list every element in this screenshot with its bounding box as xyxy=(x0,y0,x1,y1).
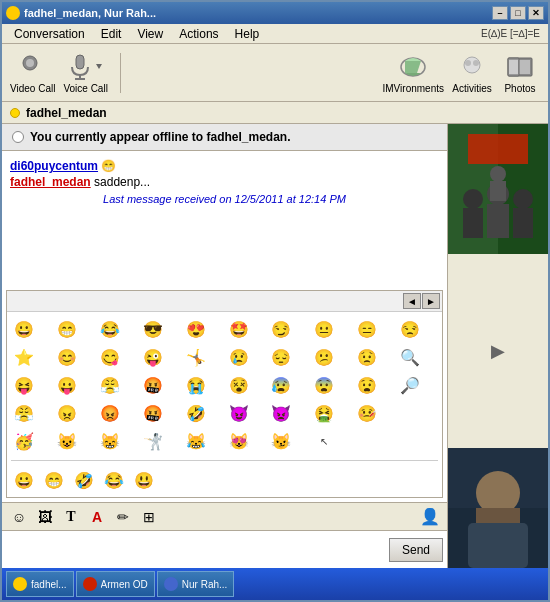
emoji-item[interactable]: 🔍 xyxy=(397,344,423,370)
message-text-2: saddenp... xyxy=(94,175,150,189)
svg-rect-22 xyxy=(513,208,533,238)
imvironments-button[interactable]: IMVironments xyxy=(382,51,444,94)
emoji-item[interactable]: 😧 xyxy=(354,372,380,398)
emoji-item[interactable]: ⭐ xyxy=(11,344,37,370)
taskbar-item-fadhel[interactable]: fadhel... xyxy=(6,571,74,597)
emoji-item[interactable]: 😒 xyxy=(397,316,423,342)
emoji-item[interactable]: 😢 xyxy=(226,344,252,370)
taskbar-label-nur: Nur Rah... xyxy=(182,579,228,590)
emoji-item[interactable]: 😜 xyxy=(140,344,166,370)
emoji-item[interactable]: 😐 xyxy=(311,316,337,342)
close-button[interactable]: ✕ xyxy=(528,6,544,20)
title-buttons: – □ ✕ xyxy=(492,6,544,20)
emoji-item[interactable]: 😂 xyxy=(97,316,123,342)
emoji-item[interactable]: 😡 xyxy=(97,400,123,426)
emoji-item[interactable]: 😼 xyxy=(268,428,294,454)
menu-help[interactable]: Help xyxy=(227,25,268,43)
activities-button[interactable]: Activities xyxy=(452,51,492,94)
taskbar-item-armen[interactable]: Armen OD xyxy=(76,571,155,597)
emoji-item[interactable]: 😋 xyxy=(97,344,123,370)
contact-status-dot xyxy=(10,108,20,118)
taskbar-item-nur[interactable]: Nur Rah... xyxy=(157,571,235,597)
svg-rect-29 xyxy=(468,523,528,568)
menu-actions[interactable]: Actions xyxy=(171,25,226,43)
emoji-item[interactable]: ↖ xyxy=(311,428,337,454)
emoji-next-button[interactable]: ► xyxy=(422,293,440,309)
emoji-item[interactable]: 🔎 xyxy=(397,372,423,398)
emoji-item[interactable]: 😎 xyxy=(140,316,166,342)
emoji-item[interactable]: 😛 xyxy=(54,372,80,398)
emoji-item[interactable]: 🤺 xyxy=(140,428,166,454)
emoji-bottom-item[interactable]: 😂 xyxy=(101,467,127,493)
svg-point-23 xyxy=(490,166,506,182)
emoji-item[interactable]: 😏 xyxy=(268,316,294,342)
color-button[interactable]: A xyxy=(86,507,108,527)
message-row: di60puycentum 😁 xyxy=(10,159,439,173)
emoji-item[interactable] xyxy=(397,428,423,454)
menu-conversation[interactable]: Conversation xyxy=(6,25,93,43)
people-button[interactable]: 👤 xyxy=(419,507,441,527)
more-button[interactable]: ⊞ xyxy=(138,507,160,527)
voice-call-button[interactable]: Voice Call xyxy=(63,51,107,94)
emoji-item[interactable]: 😸 xyxy=(97,428,123,454)
emoji-item[interactable]: 😈 xyxy=(226,400,252,426)
emoji-item[interactable]: 😰 xyxy=(268,372,294,398)
message-emoji: 😁 xyxy=(101,159,116,173)
emoji-grid: 😀 😁 😂 😎 😍 🤩 😏 😐 😑 😒 ⭐ 😊 😋 😜 🤸 xyxy=(7,312,442,458)
emoji-item[interactable]: 😨 xyxy=(311,372,337,398)
svg-point-8 xyxy=(465,60,471,66)
emoji-item[interactable]: 🤣 xyxy=(183,400,209,426)
menu-edit[interactable]: Edit xyxy=(93,25,130,43)
emoji-bottom-item[interactable]: 😁 xyxy=(41,467,67,493)
emoji-item[interactable]: 😕 xyxy=(311,344,337,370)
emoji-bottom-item[interactable]: 🤣 xyxy=(71,467,97,493)
emoji-item[interactable]: 😁 xyxy=(54,316,80,342)
message-row-2: fadhel_medan saddenp... xyxy=(10,175,439,189)
emoji-item[interactable]: 🤒 xyxy=(354,400,380,426)
emoji-item[interactable]: 😭 xyxy=(183,372,209,398)
minimize-button[interactable]: – xyxy=(492,6,508,20)
message-input[interactable] xyxy=(6,536,385,564)
emoji-item[interactable]: 😀 xyxy=(11,316,37,342)
emoji-item[interactable] xyxy=(397,400,423,426)
emoji-item[interactable]: 🤸 xyxy=(183,344,209,370)
emoji-item[interactable]: 😻 xyxy=(226,428,252,454)
emoji-item[interactable]: 🤬 xyxy=(140,372,166,398)
emoji-item[interactable]: 😔 xyxy=(268,344,294,370)
menu-bar: Conversation Edit View Actions Help E(∆)… xyxy=(2,24,548,44)
emoji-item[interactable]: 🤩 xyxy=(226,316,252,342)
emoji-item[interactable]: 😵 xyxy=(226,372,252,398)
emoji-item[interactable]: 😹 xyxy=(183,428,209,454)
emoji-item[interactable]: 😟 xyxy=(354,344,380,370)
send-button[interactable]: Send xyxy=(389,538,443,562)
message-area[interactable]: di60puycentum 😁 fadhel_medan saddenp... … xyxy=(2,151,447,286)
emoji-item[interactable] xyxy=(354,428,380,454)
right-arrow-icon[interactable]: ▶ xyxy=(487,336,509,366)
emoji-item[interactable]: 😝 xyxy=(11,372,37,398)
smiley-button[interactable]: ☺ xyxy=(8,507,30,527)
emoji-item[interactable]: 😑 xyxy=(354,316,380,342)
emoji-item[interactable]: 😤 xyxy=(97,372,123,398)
emoji-item[interactable]: 🤮 xyxy=(311,400,337,426)
photos-button[interactable]: Photos xyxy=(500,51,540,94)
emoji-item[interactable]: 😍 xyxy=(183,316,209,342)
emoji-item[interactable]: 😤 xyxy=(11,400,37,426)
video-call-button[interactable]: Video Call xyxy=(10,51,55,94)
emoji-item[interactable]: 😠 xyxy=(54,400,80,426)
pen-button[interactable]: ✏ xyxy=(112,507,134,527)
taskbar: fadhel... Armen OD Nur Rah... xyxy=(2,568,548,600)
image-button[interactable]: 🖼 xyxy=(34,507,56,527)
restore-button[interactable]: □ xyxy=(510,6,526,20)
menu-view[interactable]: View xyxy=(129,25,171,43)
font-button[interactable]: T xyxy=(60,507,82,527)
svg-rect-20 xyxy=(463,208,483,238)
emoji-item[interactable]: 🤬 xyxy=(140,400,166,426)
emoji-prev-button[interactable]: ◄ xyxy=(403,293,421,309)
emoji-bottom-item[interactable]: 😃 xyxy=(131,467,157,493)
emoji-item[interactable]: 😺 xyxy=(54,428,80,454)
emoji-bottom-item[interactable]: 😀 xyxy=(11,467,37,493)
contact-photo-bottom xyxy=(448,448,548,568)
emoji-item[interactable]: 🥳 xyxy=(11,428,37,454)
emoji-item[interactable]: 👿 xyxy=(268,400,294,426)
emoji-item[interactable]: 😊 xyxy=(54,344,80,370)
